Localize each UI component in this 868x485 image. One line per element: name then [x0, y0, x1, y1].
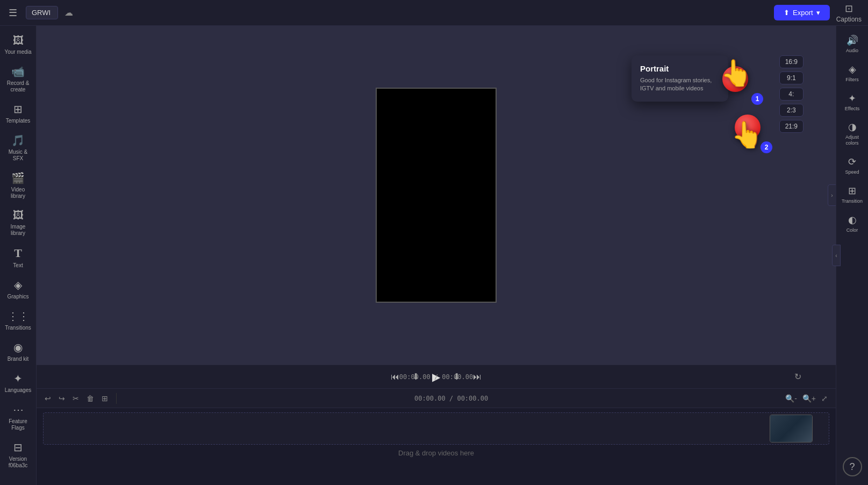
sidebar-collapse-button[interactable]: › [828, 184, 836, 206]
captions-label: Captions [836, 16, 862, 23]
drag-drop-hint: Drag & drop videos here [37, 445, 836, 461]
main-layout: 🖼 Your media 📹 Record &create ⊞ Template… [0, 26, 868, 485]
sidebar-item-text[interactable]: T Text [2, 242, 34, 273]
help-button[interactable]: ? [843, 457, 862, 476]
aspect-option-21-9[interactable]: 21:9 [779, 120, 804, 133]
languages-icon: ✦ [13, 372, 23, 385]
sidebar-item-image-library[interactable]: 🖼 Imagelibrary [2, 205, 34, 241]
sidebar-label-feature-flags: FeatureFlags [9, 418, 27, 431]
filters-icon: ◈ [849, 63, 856, 75]
aspect-option-9-1[interactable]: 9:1 [779, 72, 804, 84]
preview-area: › Portrait Good for Instagram stories, I… [37, 26, 836, 365]
loop-button[interactable]: ↻ [792, 369, 804, 384]
adjust-colors-icon: ◑ [848, 121, 857, 133]
aspect-option-16-9[interactable]: 16:9 [779, 55, 804, 68]
color-icon: ◐ [848, 214, 857, 226]
sidebar-label-record: Record &create [7, 80, 30, 93]
right-item-audio[interactable]: 🔊 Audio [838, 30, 867, 58]
clip-thumbnail [770, 415, 812, 442]
right-label-audio: Audio [846, 48, 858, 54]
aspect-option-2-3[interactable]: 2:3 [779, 104, 804, 117]
right-label-transition: Transition [842, 198, 863, 204]
undo-button[interactable]: ↩ [43, 393, 53, 404]
timeline-content: Drag & drop videos here [37, 408, 836, 485]
zoom-out-button[interactable]: 🔍- [784, 393, 799, 404]
version-icon: ⊟ [13, 441, 23, 454]
sidebar-item-feature-flags[interactable]: ⋯ FeatureFlags [2, 399, 34, 436]
right-item-speed[interactable]: ⟳ Speed [838, 152, 867, 180]
sidebar-item-languages[interactable]: ✦ Languages [2, 368, 34, 398]
sidebar-item-graphics[interactable]: ◈ Graphics [2, 274, 34, 304]
delete-button[interactable]: 🗑 [85, 393, 96, 404]
sidebar-item-music-sfx[interactable]: 🎵 Music & SFX [2, 130, 34, 166]
sidebar-item-transitions[interactable]: ⋮⋮ Transitions [2, 305, 34, 336]
zoom-in-button[interactable]: 🔍+ [801, 393, 817, 404]
menu-icon[interactable]: ☰ [6, 5, 19, 21]
preview-wrapper: Portrait Good for Instagram stories, IGT… [37, 26, 836, 365]
transitions-icon: ⋮⋮ [8, 310, 29, 323]
time-current: 00:00.00 [399, 373, 431, 381]
project-title[interactable]: GRWI [26, 6, 58, 19]
export-button[interactable]: ⬆ Export ▾ [774, 5, 830, 20]
cursor-highlight-2 [735, 115, 761, 140]
right-item-adjust-colors[interactable]: ◑ Adjustcolors [838, 117, 867, 151]
sidebar-item-your-media[interactable]: 🖼 Your media [2, 30, 34, 60]
right-label-speed: Speed [845, 169, 859, 175]
right-item-transition[interactable]: ⊞ Transition [838, 181, 867, 209]
fit-timeline-button[interactable]: ⤢ [820, 393, 829, 404]
cloud-save-icon: ☁ [64, 8, 73, 18]
timeline-toolbar: ↩ ↪ ✂ 🗑 ⊞ 00:00.00 / 00:00.00 🔍- 🔍+ ⤢ [37, 389, 836, 408]
right-item-effects[interactable]: ✦ Effects [838, 88, 867, 116]
right-sidebar: ‹ 🔊 Audio ◈ Filters ✦ Effects ◑ Adjustco… [836, 26, 868, 485]
sidebar-item-video-library[interactable]: 🎬 Video library [2, 167, 34, 204]
effects-icon: ✦ [848, 92, 856, 104]
captions-button[interactable]: ⊡ Captions [836, 3, 862, 23]
sidebar-label-version: Versionf06ba3c [9, 456, 28, 469]
split-button[interactable]: ⊞ [100, 393, 110, 404]
cut-button[interactable]: ✂ [71, 393, 81, 404]
sidebar-item-brand-kit[interactable]: ◉ Brand kit [2, 337, 34, 367]
brand-kit-icon: ◉ [13, 341, 23, 354]
time-separator: / [434, 373, 442, 381]
video-canvas[interactable] [376, 88, 497, 303]
redo-button[interactable]: ↪ [57, 393, 67, 404]
annotation-badge-1: 1 [751, 93, 763, 105]
sidebar-label-music: Music & SFX [4, 149, 32, 162]
music-icon: 🎵 [11, 134, 25, 147]
sidebar-label-brand-kit: Brand kit [8, 356, 28, 362]
cursor-highlight-1 [722, 66, 748, 92]
sidebar-label-templates: Templates [6, 118, 31, 124]
sidebar-label-graphics: Graphics [7, 294, 28, 300]
export-label: Export [793, 9, 813, 17]
timeline-clip[interactable] [770, 415, 813, 443]
export-chevron: ▾ [816, 9, 820, 17]
sidebar-label-video-library: Video library [4, 187, 32, 199]
toolbar-separator [116, 393, 117, 404]
sidebar-label-text: Text [13, 262, 23, 269]
sidebar-item-record-create[interactable]: 📹 Record &create [2, 61, 34, 97]
right-label-color: Color [847, 227, 858, 233]
right-label-effects: Effects [845, 106, 859, 112]
image-library-icon: 🖼 [13, 209, 24, 222]
export-icon: ⬆ [784, 9, 790, 17]
center-panel: › Portrait Good for Instagram stories, I… [37, 26, 836, 485]
playback-controls: ⏮ ⬇ ▶ ⬇ ⏭ 00:00.00 / 00:00.00 ↻ [37, 365, 836, 388]
audio-icon: 🔊 [847, 34, 858, 46]
aspect-option-4[interactable]: 4: [779, 88, 804, 101]
right-sidebar-collapse[interactable]: ‹ [832, 245, 841, 266]
your-media-icon: 🖼 [13, 34, 24, 47]
sidebar-item-templates[interactable]: ⊞ Templates [2, 98, 34, 129]
speed-icon: ⟳ [848, 156, 856, 168]
transition-icon: ⊞ [848, 185, 856, 197]
right-item-color[interactable]: ◐ Color [838, 210, 867, 238]
left-sidebar: 🖼 Your media 📹 Record &create ⊞ Template… [0, 26, 37, 485]
sidebar-label-image-library: Imagelibrary [11, 224, 26, 237]
sidebar-item-version[interactable]: ⊟ Versionf06ba3c [2, 437, 34, 473]
graphics-icon: ◈ [14, 279, 22, 291]
time-total: 00:00.00 [442, 373, 473, 381]
text-icon: T [14, 246, 22, 260]
right-item-filters[interactable]: ◈ Filters [838, 59, 867, 87]
aspect-ratio-panel: Portrait Good for Instagram stories, IGT… [632, 55, 728, 102]
aspect-panel-title: Portrait [640, 64, 720, 73]
timeline-track[interactable] [43, 412, 829, 445]
